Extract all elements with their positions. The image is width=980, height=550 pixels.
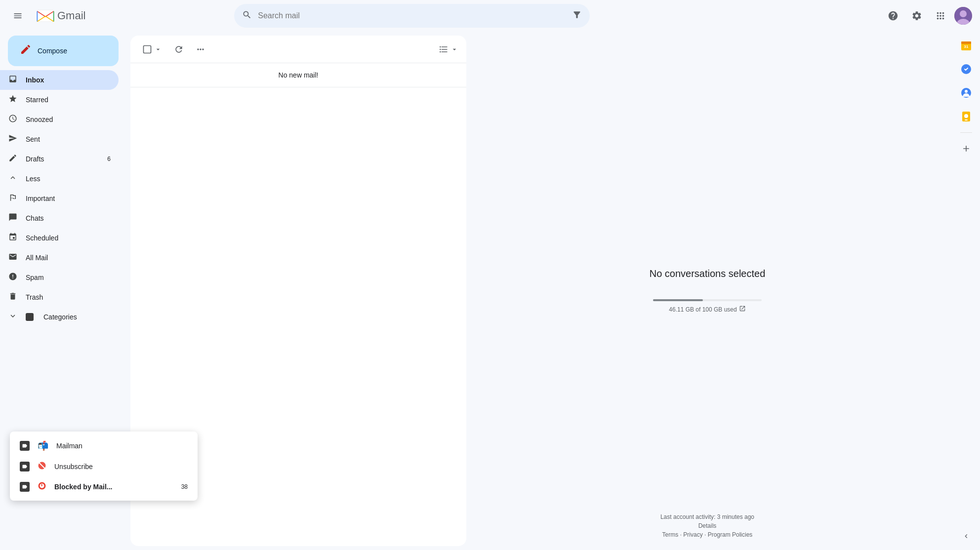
apps-button[interactable] (931, 6, 950, 26)
sidebar-item-trash[interactable]: Trash (0, 287, 119, 307)
help-button[interactable] (883, 6, 903, 26)
chats-icon (8, 213, 18, 224)
avatar[interactable] (954, 7, 972, 25)
popup-blocked-label: Blocked by Mail... (54, 483, 173, 491)
storage-bar-fill (653, 299, 703, 301)
sidebar-item-label: Trash (26, 293, 111, 301)
blocked-icon (38, 481, 46, 492)
sidebar-item-important[interactable]: Important (0, 189, 119, 208)
popup-item-mailman[interactable]: 📬 Mailman (10, 435, 198, 456)
spam-icon (8, 272, 18, 283)
categories-tag-icon (26, 313, 34, 321)
mailman-icon: 📬 (38, 440, 48, 451)
no-mail-text: No new mail! (279, 71, 319, 79)
svg-rect-13 (965, 119, 968, 120)
sidebar-item-starred[interactable]: Starred (0, 90, 119, 110)
storage-text: 46.11 GB of 100 GB used (653, 305, 762, 314)
storage-bar-track (653, 299, 762, 301)
sidebar-item-less[interactable]: Less (0, 169, 119, 189)
sidebar-item-all-mail[interactable]: All Mail (0, 248, 119, 268)
view-toggle[interactable] (439, 44, 458, 54)
popup-item-unsubscribe[interactable]: Unsubscribe (10, 456, 198, 476)
tasks-button[interactable] (956, 59, 976, 79)
drafts-icon (8, 154, 18, 165)
compose-icon (20, 43, 32, 58)
svg-text:31: 31 (964, 44, 969, 49)
details-link[interactable]: Details (698, 522, 717, 529)
sidebar-item-label: Less (26, 175, 111, 183)
sidebar-item-label: Inbox (26, 76, 111, 84)
sidebar-item-spam[interactable]: Spam (0, 268, 119, 287)
popup-mailman-label: Mailman (56, 442, 188, 450)
add-app-button[interactable] (956, 139, 976, 158)
more-options-button[interactable] (192, 40, 209, 58)
sidebar-item-sent[interactable]: Sent (0, 129, 119, 149)
important-icon (8, 193, 18, 204)
popup-item-blocked[interactable]: Blocked by Mail... 38 (10, 476, 198, 497)
mailman-tag-icon (20, 441, 30, 451)
settings-button[interactable] (907, 6, 927, 26)
sidebar-item-inbox[interactable]: Inbox (0, 70, 119, 90)
topbar: Gmail (0, 0, 980, 32)
right-sidebar: 31 (952, 32, 980, 550)
gmail-wordmark: Gmail (57, 9, 85, 22)
sidebar-item-label: Chats (26, 214, 111, 222)
search-icon (242, 10, 252, 22)
no-conversations-text: No conversations selected (650, 268, 766, 279)
topbar-left: Gmail (8, 6, 85, 26)
sidebar-item-label: Sent (26, 135, 111, 143)
popup-blocked-badge: 38 (181, 483, 188, 490)
program-policies-link[interactable]: Program Policies (708, 531, 753, 538)
trash-icon (8, 292, 18, 303)
search-bar[interactable] (234, 4, 590, 28)
sidebar-item-scheduled[interactable]: Scheduled (0, 228, 119, 248)
categories-expand-icon (8, 312, 18, 323)
svg-point-10 (965, 90, 968, 93)
sidebar-item-label: Spam (26, 274, 111, 281)
sidebar-item-categories[interactable]: Categories (0, 307, 119, 327)
compose-button[interactable]: Compose (8, 36, 119, 66)
unsubscribe-tag-icon (20, 462, 30, 471)
storage-container: 46.11 GB of 100 GB used (653, 299, 762, 314)
refresh-button[interactable] (170, 40, 188, 58)
popup-unsubscribe-label: Unsubscribe (54, 463, 188, 471)
scheduled-icon (8, 233, 18, 244)
contacts-button[interactable] (956, 83, 976, 103)
less-icon (8, 173, 18, 185)
sidebar-item-label: Scheduled (26, 234, 111, 242)
topbar-right (883, 6, 972, 26)
external-link-icon[interactable] (739, 305, 746, 314)
sidebar-item-label: Categories (43, 313, 111, 321)
sidebar-item-label: Drafts (26, 155, 99, 163)
search-input[interactable] (258, 11, 566, 20)
sidebar-item-label: Snoozed (26, 116, 111, 123)
select-button[interactable] (138, 40, 166, 58)
compose-label: Compose (38, 47, 67, 55)
sidebar-item-snoozed[interactable]: Snoozed (0, 110, 119, 129)
right-sidebar-divider (960, 132, 972, 133)
starred-icon (8, 94, 18, 106)
hamburger-button[interactable] (8, 6, 28, 26)
category-popup: 📬 Mailman Unsubscribe Blocked by Mail...… (10, 432, 198, 501)
email-list-toolbar (130, 36, 466, 63)
privacy-link[interactable]: Privacy (683, 531, 702, 538)
inbox-icon (8, 75, 18, 86)
unsubscribe-icon (38, 461, 46, 471)
sidebar-item-drafts[interactable]: Drafts 6 (0, 149, 119, 169)
expand-sidebar-button[interactable] (956, 526, 976, 546)
last-activity-text: Last account activity: 3 minutes ago (660, 513, 754, 520)
calendar-button[interactable]: 31 (956, 36, 976, 55)
blocked-tag-icon (20, 482, 30, 492)
sidebar-item-label: Important (26, 195, 111, 202)
no-mail-banner: No new mail! (130, 63, 466, 87)
search-filter-icon[interactable] (572, 10, 582, 22)
keep-button[interactable] (956, 107, 976, 126)
terms-link[interactable]: Terms (662, 531, 679, 538)
svg-point-2 (960, 10, 967, 17)
content-area: No new mail! No conversations selected 4… (126, 32, 952, 550)
sidebar-item-label: Starred (26, 96, 111, 104)
gmail-logo: Gmail (36, 6, 85, 26)
detail-panel: No conversations selected 46.11 GB of 10… (466, 36, 948, 546)
sidebar-item-chats[interactable]: Chats (0, 208, 119, 228)
snoozed-icon (8, 114, 18, 125)
